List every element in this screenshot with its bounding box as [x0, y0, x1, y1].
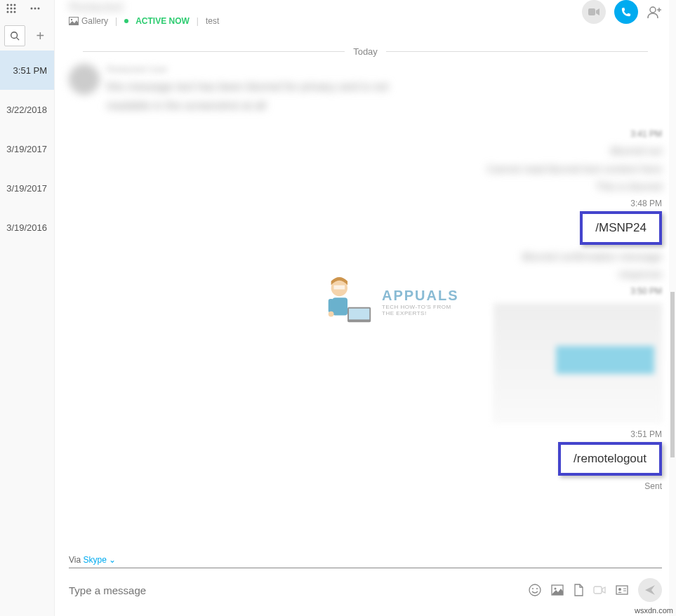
media-preview[interactable] [493, 303, 662, 422]
outgoing-message: Cannot read blurred text content here [487, 160, 662, 178]
divider: | [115, 16, 117, 26]
watermark-subtitle: THE EXPERTS! [382, 310, 459, 316]
timestamp: 3:41 PM [630, 129, 662, 139]
svg-point-4 [11, 8, 13, 10]
timestamp: 3:51 PM [630, 429, 662, 439]
chat-pane: Redacted Gallery | ACTIVE NOW | test [55, 0, 676, 616]
command-message: /remotelogout [558, 442, 662, 476]
message-input[interactable] [69, 584, 529, 596]
svg-point-34 [618, 588, 621, 591]
svg-point-28 [532, 588, 533, 589]
gallery-label: Gallery [81, 16, 108, 26]
svg-point-3 [7, 8, 9, 10]
presence-label: ACTIVE NOW [135, 16, 190, 26]
outgoing-message: Blurred confirmation message response [508, 248, 662, 283]
image-icon [551, 584, 564, 596]
svg-point-11 [38, 8, 40, 10]
gallery-icon [69, 17, 79, 25]
via-label: Via [69, 555, 81, 565]
search-icon [10, 31, 20, 41]
watermark-title: APPUALS [382, 288, 459, 304]
send-button[interactable] [638, 578, 662, 602]
command-message: /MSNP24 [580, 211, 662, 245]
conversation-item[interactable]: 3/19/2017 [0, 168, 54, 208]
svg-rect-16 [588, 8, 595, 15]
sidebar: + 3:51 PM 3/22/2018 3/19/2017 3/19/2017 … [0, 0, 55, 616]
attribution: wsxdn.com [635, 606, 673, 615]
timestamp: 3:48 PM [630, 199, 662, 208]
emoji-button[interactable] [529, 584, 541, 596]
svg-point-29 [536, 588, 538, 589]
svg-line-13 [16, 38, 19, 41]
file-icon [574, 584, 583, 596]
conversation-list: 3:51 PM 3/22/2018 3/19/2017 3/19/2017 3/… [0, 51, 54, 247]
svg-point-2 [14, 4, 16, 6]
outgoing-message: This is blurred [596, 178, 662, 196]
svg-point-1 [11, 4, 13, 6]
gallery-link[interactable]: Gallery [69, 16, 108, 26]
phone-icon [621, 7, 631, 17]
delivery-status: Sent [644, 481, 662, 491]
conversation-item[interactable]: 3/19/2017 [0, 129, 54, 168]
svg-point-6 [7, 11, 9, 13]
via-service: Skype [83, 555, 106, 565]
dialpad-icon[interactable] [6, 3, 17, 14]
svg-rect-25 [329, 299, 334, 313]
svg-point-31 [555, 588, 557, 590]
presence-dot-icon [124, 19, 128, 23]
video-icon [588, 8, 599, 16]
watermark: APPUALS TECH HOW-TO'S FROM THE EXPERTS! [322, 274, 459, 330]
scrollbar[interactable] [669, 0, 676, 616]
svg-point-15 [71, 19, 72, 20]
incoming-message: this message text has been blurred for p… [107, 77, 402, 115]
send-icon [644, 584, 656, 596]
svg-rect-33 [616, 586, 628, 594]
chevron-down-icon: ⌄ [109, 555, 116, 565]
watermark-subtitle: TECH HOW-TO'S FROM [382, 304, 459, 310]
sender-name: Redacted User [107, 64, 402, 74]
avatar [69, 64, 100, 95]
audio-call-button[interactable] [614, 0, 638, 24]
watermark-icon [322, 274, 376, 330]
svg-point-7 [11, 11, 13, 13]
conversation-item[interactable]: 3/22/2018 [0, 90, 54, 129]
contact-name: Redacted [69, 0, 219, 15]
video-call-button[interactable] [582, 0, 606, 24]
divider: | [197, 16, 199, 26]
image-button[interactable] [551, 584, 564, 596]
svg-point-27 [529, 584, 541, 596]
video-icon [593, 585, 606, 595]
search-button[interactable] [4, 25, 25, 46]
svg-point-12 [11, 32, 18, 39]
conversation-item[interactable]: 3/19/2016 [0, 208, 54, 247]
contact-card-button[interactable] [616, 585, 628, 595]
svg-rect-23 [334, 286, 345, 290]
svg-rect-21 [349, 309, 369, 320]
svg-point-0 [7, 4, 9, 6]
svg-rect-32 [594, 587, 602, 594]
via-selector[interactable]: Via Skype ⌄ [69, 555, 662, 568]
header-extra: test [206, 16, 219, 26]
new-chat-button[interactable]: + [31, 25, 51, 46]
svg-point-17 [650, 7, 656, 13]
video-message-button[interactable] [593, 585, 606, 595]
add-participants-button[interactable] [647, 6, 662, 18]
date-divider: Today [83, 46, 648, 57]
svg-point-9 [31, 8, 33, 10]
conversation-item[interactable]: 3:51 PM [0, 51, 54, 90]
svg-point-5 [14, 8, 16, 10]
more-icon[interactable] [29, 3, 41, 14]
svg-rect-24 [333, 297, 347, 315]
svg-point-8 [14, 11, 16, 13]
file-button[interactable] [574, 584, 583, 596]
outgoing-message: Blurred out [611, 142, 662, 160]
svg-point-26 [329, 312, 334, 317]
svg-point-10 [34, 8, 37, 10]
emoji-icon [529, 584, 541, 596]
contact-icon [616, 585, 628, 595]
timestamp: 3:50 PM [630, 286, 662, 296]
add-person-icon [647, 6, 662, 18]
